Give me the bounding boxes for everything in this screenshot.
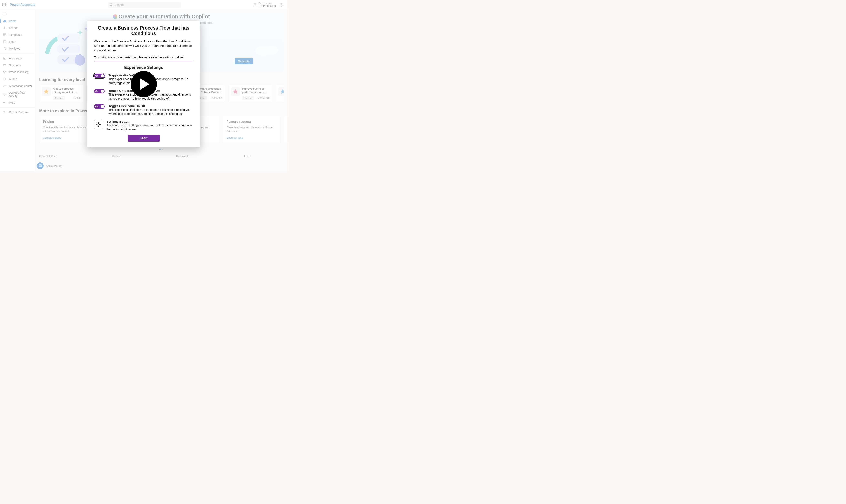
svg-point-50 bbox=[98, 123, 100, 125]
setting-title: Settings Button bbox=[107, 120, 193, 123]
modal-intro2: To customize your experience, please rev… bbox=[94, 56, 193, 59]
gear-icon bbox=[96, 122, 101, 127]
setting-title: Toggle Click Zone On/Off bbox=[109, 104, 193, 108]
play-icon bbox=[140, 78, 149, 90]
setting-clickzone: On Toggle Click Zone On/OffThis experien… bbox=[94, 104, 193, 116]
modal-title: Create a Business Process Flow that has … bbox=[94, 25, 193, 36]
toggle-audio[interactable]: On bbox=[94, 73, 105, 78]
setting-desc: This experience includes an on-screen cl… bbox=[109, 108, 193, 116]
divider bbox=[94, 61, 193, 61]
start-button[interactable]: Start bbox=[128, 135, 160, 142]
toggle-onscreen[interactable]: On bbox=[94, 89, 105, 93]
setting-info-settingsbutton: Settings ButtonTo change these settings … bbox=[94, 120, 193, 131]
setting-desc: To change these settings at any time, se… bbox=[107, 123, 193, 131]
play-video-button[interactable] bbox=[131, 71, 157, 97]
settings-icon-box bbox=[94, 120, 103, 129]
modal-intro: Welcome to the Create a Business Process… bbox=[94, 39, 193, 53]
toggle-clickzone[interactable]: On bbox=[94, 104, 105, 109]
settings-heading: Experience Settings bbox=[94, 65, 193, 70]
